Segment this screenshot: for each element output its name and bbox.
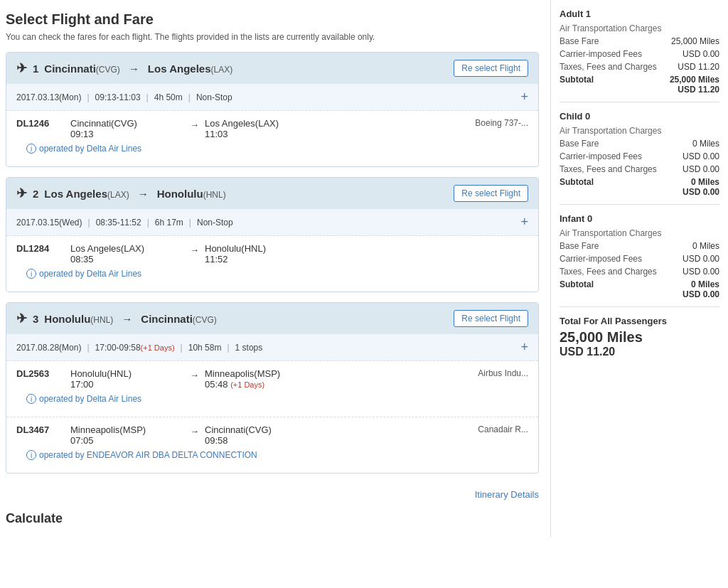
seg-to-city-3-2: Cincinnati(CVG) <box>205 424 318 435</box>
info-icon-2-1: i <box>26 269 36 279</box>
sidebar-infant-base-fare: 0 Miles <box>692 241 719 251</box>
seg-to-time-3-1: 05:48 (+1 Days) <box>205 379 318 390</box>
flight-date-2: 2017.03.15(Wed) <box>16 218 82 228</box>
seg-aircraft-3-2: Canadair R... <box>478 424 528 434</box>
seg-from-time-2-1: 08:35 <box>70 254 184 264</box>
to-city-1: Los Angeles(LAX) <box>148 63 232 75</box>
flight-card-2: ✈ 2 Los Angeles(LAX) → Honolulu(HNL) Re … <box>6 177 539 292</box>
sidebar-child-carrier-fees: USD 0.00 <box>682 151 719 161</box>
sidebar-infant-air-label: Air Transportation Charges <box>560 228 719 238</box>
operated-by-2-1: i operated by Delta Air Lines <box>16 264 528 284</box>
sidebar-infant-subtotal-usd: USD 0.00 <box>682 289 719 299</box>
from-city-3: Honolulu(HNL) <box>44 313 113 325</box>
seg-to-city-1-1: Los Angeles(LAX) <box>205 118 318 129</box>
flight-stops-3: 1 stops <box>235 343 263 353</box>
route-arrow-1: → <box>129 63 139 75</box>
flight-stops-1: Non-Stop <box>196 92 232 102</box>
from-city-1: Cincinnati(CVG) <box>44 63 120 75</box>
itinerary-details-link[interactable]: Itinerary Details <box>475 489 539 500</box>
seg-to-time-3-2: 09:58 <box>205 435 318 446</box>
sidebar-total-usd: USD 11.20 <box>560 346 719 358</box>
seg-to-city-3-1: Minneapolis(MSP) <box>205 368 318 379</box>
sidebar-adult-base-fare: 25,000 Miles <box>671 36 719 46</box>
sidebar-total-miles: 25,000 Miles <box>560 329 719 346</box>
seg-arrow-3-1: → <box>190 370 199 380</box>
seg-from-city-2-1: Los Angeles(LAX) <box>70 243 184 254</box>
info-icon-3-2: i <box>26 450 36 460</box>
to-city-3: Cincinnati(CVG) <box>141 313 217 325</box>
seg-from-city-3-1: Honolulu(HNL) <box>70 368 184 379</box>
airplane-icon-2: ✈ <box>16 186 27 201</box>
seg-arrow-2-1: → <box>190 245 199 255</box>
sidebar-child-label: Child 0 <box>560 111 719 122</box>
flight-duration-3: 10h 58m <box>188 343 222 353</box>
flight-time-range-2: 08:35-11:52 <box>96 218 141 228</box>
flight-date-row-3: 2017.08.28(Mon) | 17:00-09:58(+1 Days) |… <box>6 334 538 361</box>
to-city-2: Honolulu(HNL) <box>157 188 226 200</box>
info-icon-1-1: i <box>26 144 36 154</box>
sidebar-child-section: Child 0 Air Transportation Charges Base … <box>560 111 719 205</box>
sidebar-adult-section: Adult 1 Air Transportation Charges Base … <box>560 9 719 102</box>
sidebar-child-base-fare: 0 Miles <box>692 139 719 149</box>
flight-index-1: 1 <box>33 63 38 75</box>
operated-by-3-2: i operated by ENDEAVOR AIR DBA DELTA CON… <box>16 446 528 466</box>
operated-by-text-3-2: operated by ENDEAVOR AIR DBA DELTA CONNE… <box>39 450 257 460</box>
flight-index-2: 2 <box>33 188 38 200</box>
expand-icon-3[interactable]: + <box>520 340 528 355</box>
sidebar-adult-carrier-fees: USD 0.00 <box>682 49 719 59</box>
sidebar-subtotal-label: Subtotal <box>560 75 594 95</box>
sidebar-taxes-label: Taxes, Fees and Charges <box>560 62 657 72</box>
flight-stops-2: Non-Stop <box>197 218 233 228</box>
seg-from-time-1-1: 09:13 <box>70 129 184 139</box>
operated-by-3-1: i operated by Delta Air Lines <box>16 390 528 410</box>
reselect-button-3[interactable]: Re select Flight <box>454 310 528 327</box>
page-subtitle: You can check the fares for each flight.… <box>6 32 539 42</box>
seg-arrow-3-2: → <box>190 426 199 437</box>
flight-header-left-2: ✈ 2 Los Angeles(LAX) → Honolulu(HNL) <box>16 186 226 201</box>
sidebar-adult-taxes: USD 11.20 <box>678 62 719 72</box>
flight-date-1: 2017.03.13(Mon) <box>16 92 81 102</box>
sidebar-carrier-fees-label: Carrier-imposed Fees <box>560 49 642 59</box>
sidebar-infant-section: Infant 0 Air Transportation Charges Base… <box>560 213 719 307</box>
segment-flight-id-3-1: DL2563 <box>16 368 59 379</box>
expand-icon-2[interactable]: + <box>520 215 528 230</box>
sidebar-total-section: Total For All Passengers 25,000 Miles US… <box>560 316 719 358</box>
reselect-button-1[interactable]: Re select Flight <box>454 60 528 77</box>
flight-card-1: ✈ 1 Cincinnati(CVG) → Los Angeles(LAX) R… <box>6 52 539 167</box>
operated-by-text-1-1: operated by Delta Air Lines <box>39 144 141 154</box>
seg-from-city-3-2: Minneapolis(MSP) <box>70 424 184 435</box>
airplane-icon-3: ✈ <box>16 311 27 326</box>
calculate-heading: Calculate <box>6 511 539 526</box>
flight-header-left-3: ✈ 3 Honolulu(HNL) → Cincinnati(CVG) <box>16 311 217 326</box>
sidebar-total-label: Total For All Passengers <box>560 316 719 326</box>
airplane-icon-1: ✈ <box>16 60 27 76</box>
seg-aircraft-3-1: Airbus Indu... <box>478 368 528 378</box>
from-city-2: Los Angeles(LAX) <box>44 188 129 200</box>
sidebar-infant-subtotal-miles: 0 Miles <box>682 279 719 289</box>
seg-from-time-3-2: 07:05 <box>70 435 184 446</box>
segment-3-2: DL3467 Minneapolis(MSP) 07:05 → Cincinna… <box>6 417 538 473</box>
reselect-button-2[interactable]: Re select Flight <box>454 185 528 202</box>
flight-header-2: ✈ 2 Los Angeles(LAX) → Honolulu(HNL) Re … <box>6 178 538 209</box>
route-arrow-2: → <box>138 188 149 200</box>
sidebar-child-subtotal-miles: 0 Miles <box>682 177 719 187</box>
operated-by-text-3-1: operated by Delta Air Lines <box>39 394 141 404</box>
segment-flight-id-1-1: DL1246 <box>16 118 59 129</box>
sidebar-infant-label: Infant 0 <box>560 213 719 224</box>
seg-to-city-2-1: Honolulu(HNL) <box>205 243 318 254</box>
sidebar-infant-taxes: USD 0.00 <box>682 267 719 277</box>
expand-icon-1[interactable]: + <box>520 90 528 105</box>
sidebar-child-subtotal-usd: USD 0.00 <box>682 187 719 197</box>
route-arrow-3: → <box>122 313 132 325</box>
operated-by-text-2-1: operated by Delta Air Lines <box>39 269 141 279</box>
flight-card-3: ✈ 3 Honolulu(HNL) → Cincinnati(CVG) Re s… <box>6 302 539 474</box>
sidebar-base-fare-label: Base Fare <box>560 36 599 46</box>
sidebar-child-air-label: Air Transportation Charges <box>560 126 719 136</box>
flight-duration-1: 4h 50m <box>154 92 183 102</box>
flight-header-3: ✈ 3 Honolulu(HNL) → Cincinnati(CVG) Re s… <box>6 303 538 334</box>
flight-time-range-1: 09:13-11:03 <box>95 92 141 102</box>
seg-to-time-1-1: 11:03 <box>205 129 318 139</box>
flight-date-row-1: 2017.03.13(Mon) | 09:13-11:03 | 4h 50m |… <box>6 84 538 111</box>
segment-3-1: DL2563 Honolulu(HNL) 17:00 → Minneapolis… <box>6 361 538 417</box>
seg-from-city-1-1: Cincinnati(CVG) <box>70 118 184 129</box>
